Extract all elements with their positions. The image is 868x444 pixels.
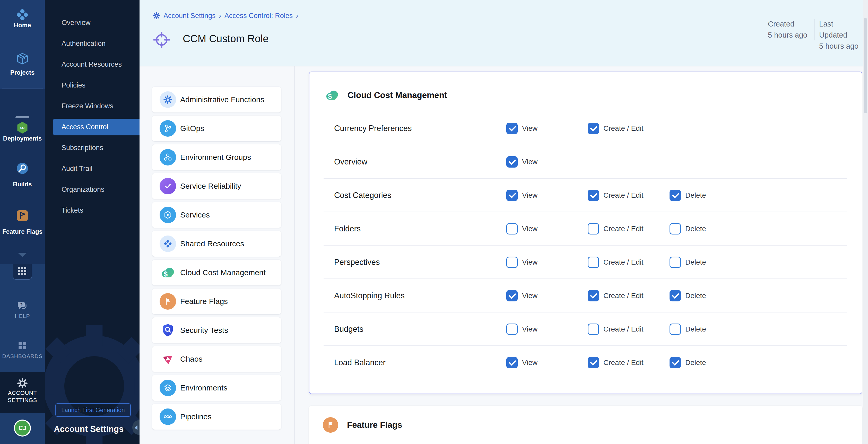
permission-label: View [522, 191, 537, 199]
unchecked-checkbox[interactable] [588, 257, 599, 268]
permission-label: Create / Edit [603, 225, 644, 233]
unchecked-checkbox[interactable] [506, 323, 518, 335]
sidebar-item-organizations[interactable]: Organizations [45, 179, 140, 200]
checked-checkbox[interactable] [670, 357, 681, 368]
permission-label: Create / Edit [603, 292, 644, 300]
module-card-pipelines[interactable]: Pipelines [152, 404, 281, 430]
checked-checkbox[interactable] [506, 290, 518, 302]
unchecked-checkbox[interactable] [670, 257, 681, 268]
permission-view: View [506, 123, 537, 134]
permission-create-edit: Create / Edit [588, 290, 644, 302]
breadcrumb-link-access-control-roles[interactable]: Access Control: Roles [224, 12, 293, 20]
permission-row-label: Folders [334, 224, 361, 233]
module-card-label: Cloud Cost Management [180, 268, 266, 277]
permission-row-perspectives: PerspectivesViewCreate / EditDelete [309, 246, 862, 279]
permission-label: View [522, 158, 537, 166]
module-card-environments[interactable]: Environments [152, 375, 281, 401]
unchecked-checkbox[interactable] [588, 323, 599, 335]
checked-checkbox[interactable] [670, 190, 681, 201]
checked-checkbox[interactable] [506, 190, 518, 201]
svg-text:$: $ [164, 270, 168, 278]
module-card-label: Environment Groups [180, 153, 251, 162]
chevron-down-icon[interactable] [18, 253, 27, 257]
avatar[interactable]: CJ [14, 419, 31, 437]
breadcrumb-gear-icon [153, 12, 160, 20]
module-card-administrative-functions[interactable]: Administrative Functions [152, 87, 281, 113]
module-card-environment-groups[interactable]: Environment Groups [152, 145, 281, 170]
permission-delete: Delete [670, 257, 706, 268]
breadcrumb: Account Settings›Access Control: Roles› [153, 11, 298, 20]
module-card-cloud-cost-management[interactable]: $Cloud Cost Management [152, 260, 281, 285]
sidebar-item-tickets[interactable]: Tickets [45, 200, 140, 221]
sidebar-title: Account Settings [54, 424, 124, 434]
module-card-feature-flags[interactable]: Feature Flags [152, 289, 281, 314]
meta-divider [814, 19, 814, 40]
sidebar-item-authentication[interactable]: Authentication [45, 33, 140, 54]
checked-checkbox[interactable] [506, 357, 518, 368]
breadcrumb-link-account-settings[interactable]: Account Settings [163, 12, 216, 20]
permission-label: Create / Edit [603, 325, 644, 333]
checked-checkbox[interactable] [506, 123, 518, 134]
unchecked-checkbox[interactable] [588, 223, 599, 234]
unchecked-checkbox[interactable] [670, 223, 681, 234]
unchecked-checkbox[interactable] [506, 257, 518, 268]
rail-item-label: DASHBOARDS [0, 353, 45, 359]
feature-flags-icon [323, 417, 338, 433]
checked-checkbox[interactable] [670, 290, 681, 302]
sidebar-item-freeze-windows[interactable]: Freeze Windows [45, 96, 140, 117]
module-grid-button[interactable] [12, 264, 32, 280]
scrollbar-track[interactable] [863, 0, 868, 444]
dashboard-tiles-icon [17, 340, 28, 352]
permission-label: View [522, 325, 537, 333]
sidebar-item-subscriptions[interactable]: Subscriptions [45, 137, 140, 158]
security-shield-icon [160, 322, 176, 339]
created-value: 5 hours ago [768, 30, 807, 41]
feature-flags-tile-icon [16, 209, 29, 222]
environments-icon [160, 380, 176, 396]
checked-checkbox[interactable] [588, 357, 599, 368]
permission-row-label: Overview [334, 157, 367, 166]
module-card-service-reliability[interactable]: Service Reliability [152, 173, 281, 199]
checked-checkbox[interactable] [588, 123, 599, 134]
checked-checkbox[interactable] [506, 156, 518, 167]
permission-row-folders: FoldersViewCreate / EditDelete [309, 212, 862, 246]
module-card-security-tests[interactable]: Security Tests [152, 317, 281, 343]
module-card-services[interactable]: Services [152, 202, 281, 228]
permission-row-label: Cost Categories [334, 191, 391, 200]
help-chat-icon: ? [16, 300, 29, 313]
checked-checkbox[interactable] [588, 290, 599, 302]
permission-row-autostopping-rules: AutoStopping RulesViewCreate / EditDelet… [309, 279, 862, 313]
sidebar-collapse-button[interactable] [132, 420, 140, 435]
permission-row-currency-preferences: Currency PreferencesViewCreate / Edit [309, 112, 862, 145]
environment-groups-icon [160, 149, 176, 165]
rail-item-label: Projects [0, 69, 45, 76]
module-card-label: Administrative Functions [180, 95, 265, 104]
module-card-label: Environments [180, 383, 227, 392]
permission-label: View [522, 292, 537, 300]
page-title: CCM Custom Role [183, 33, 269, 44]
module-card-chaos[interactable]: Chaos [152, 346, 281, 372]
shared-resources-icon [160, 235, 176, 252]
permission-label: Create / Edit [603, 358, 644, 367]
created-label: Created [768, 19, 807, 30]
sidebar-item-audit-trail[interactable]: Audit Trail [45, 158, 140, 179]
launch-first-generation-button[interactable]: Launch First Generation [55, 403, 131, 417]
sidebar-item-account-resources[interactable]: Account Resources [45, 54, 140, 75]
module-card-shared-resources[interactable]: Shared Resources [152, 231, 281, 257]
scrollbar-thumb[interactable] [864, 18, 867, 113]
sidebar-item-access-control[interactable]: Access Control [53, 119, 140, 135]
module-card-gitops[interactable]: GitOps [152, 116, 281, 141]
checked-checkbox[interactable] [588, 190, 599, 201]
feature-flag-icon [160, 293, 176, 310]
services-icon [160, 207, 176, 223]
module-column-divider [294, 66, 295, 444]
rail-section-modules [0, 89, 45, 264]
sidebar-item-overview[interactable]: Overview [45, 12, 140, 33]
left-nav-rail: HomeProjects∞DeploymentsBuildsFeature Fl… [0, 0, 45, 444]
unchecked-checkbox[interactable] [506, 223, 518, 234]
module-card-label: Services [180, 211, 210, 219]
module-card-label: Feature Flags [180, 297, 228, 306]
unchecked-checkbox[interactable] [670, 323, 681, 335]
permission-label: Create / Edit [603, 258, 644, 266]
sidebar-item-policies[interactable]: Policies [45, 75, 140, 96]
